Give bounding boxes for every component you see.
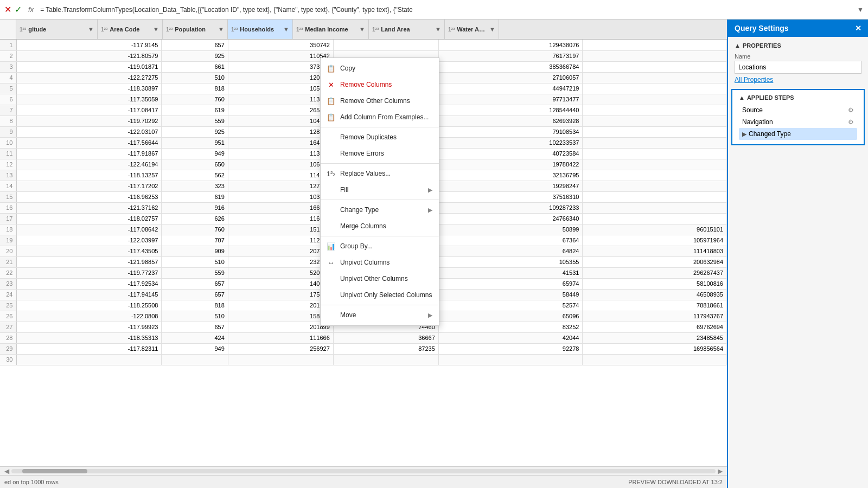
col-header-households[interactable]: 1²³ Households ▼ (228, 20, 293, 39)
expand-formula-button[interactable]: ▼ (857, 6, 864, 14)
menu-item-remove_duplicates[interactable]: Remove Duplicates (321, 129, 439, 145)
table-cell (583, 181, 727, 191)
context-menu: 📋Copy✕Remove Columns📋Remove Other Column… (320, 57, 439, 326)
menu-label-remove_errors: Remove Errors (340, 150, 384, 157)
close-icon[interactable]: ✕ (4, 4, 11, 15)
step-name-navigation: Navigation (742, 118, 846, 126)
table-cell: 951 (162, 137, 228, 148)
table-cell: 41531 (438, 267, 583, 278)
step-gear-navigation[interactable]: ⚙ (848, 118, 854, 126)
menu-item-unpivot_only_selected[interactable]: Unpivot Only Selected Columns (321, 287, 439, 303)
table-cell: 19298247 (438, 181, 583, 191)
table-cell: 201020 (228, 300, 333, 311)
table-cell: 111418803 (583, 246, 727, 256)
menu-item-fill[interactable]: Fill▶ (321, 182, 439, 198)
table-cell: 296267437 (583, 267, 727, 278)
menu-item-move[interactable]: Move▶ (321, 307, 439, 323)
step-item-changed_type[interactable]: ▶Changed Type (739, 128, 857, 140)
table-cell: 169856564 (583, 343, 727, 354)
menu-item-replace_values[interactable]: 1²₂Replace Values... (321, 165, 439, 182)
col-sort-population[interactable]: ▼ (218, 26, 224, 33)
formula-bar: ✕ ✓ fx = Table.TransformColumnTypes(Loca… (0, 0, 868, 20)
table-cell: 103679 (228, 191, 333, 202)
table-cell: 9 (0, 126, 16, 137)
scroll-right-button[interactable]: ▶ (716, 467, 725, 475)
col-header-area-code[interactable]: 1²³ Area Code ▼ (98, 20, 163, 39)
row-num-header (0, 20, 16, 39)
menu-item-unpivot_other_columns[interactable]: Unpivot Other Columns (321, 271, 439, 287)
panel-close-button[interactable]: ✕ (855, 24, 861, 33)
col-sort-land-area[interactable]: ▼ (435, 26, 441, 33)
menu-label-remove_columns: Remove Columns (340, 81, 392, 88)
all-properties-link[interactable]: All Properties (735, 76, 861, 84)
step-item-navigation[interactable]: Navigation⚙ (739, 116, 857, 128)
table-cell: 19788422 (438, 159, 583, 170)
step-gear-source[interactable]: ⚙ (848, 106, 854, 114)
menu-item-add_column_from_examples[interactable]: 📋Add Column From Examples... (321, 109, 439, 125)
col-header-median-income[interactable]: 1²³ Median Income ▼ (293, 20, 369, 39)
col-sort-water-area[interactable]: ▼ (489, 26, 495, 33)
table-cell: 26 (0, 311, 16, 322)
table-cell (583, 213, 727, 224)
table-cell: 510 (162, 311, 228, 322)
col-header-population[interactable]: 1²³ Population ▼ (163, 20, 228, 39)
col-header-land-area[interactable]: 1²³ Land Area ▼ (369, 20, 445, 39)
table-cell: 58449 (438, 289, 583, 300)
table-cell: -117.17202 (16, 181, 162, 191)
table-cell: 36667 (333, 332, 438, 343)
table-cell: -117.35059 (16, 94, 162, 105)
col-sort-area-code[interactable]: ▼ (153, 26, 159, 33)
menu-label-move: Move (340, 311, 356, 319)
table-cell: -117.43505 (16, 246, 162, 256)
table-cell: 128667 (228, 126, 333, 137)
menu-item-unpivot_columns[interactable]: ↔Unpivot Columns (321, 254, 439, 271)
table-cell: 112970 (228, 235, 333, 246)
menu-item-change_type[interactable]: Change Type▶ (321, 202, 439, 218)
table-cell (228, 354, 333, 365)
scroll-thumb[interactable] (22, 469, 87, 473)
menu-label-fill: Fill (340, 186, 348, 194)
col-sort-households[interactable]: ▼ (283, 26, 289, 33)
col-sort-median-income[interactable]: ▼ (359, 26, 365, 33)
menu-item-remove_columns[interactable]: ✕Remove Columns (321, 76, 439, 93)
menu-item-remove_errors[interactable]: Remove Errors (321, 145, 439, 162)
table-cell: 175393 (228, 289, 333, 300)
menu-icon-merge_columns (326, 221, 336, 231)
table-cell: 120972 (228, 72, 333, 83)
menu-item-remove_other_columns[interactable]: 📋Remove Other Columns (321, 93, 439, 109)
table-cell: 129438076 (438, 40, 583, 50)
table-cell: 22 (0, 267, 16, 278)
table-cell: 105355 (438, 256, 583, 267)
table-cell: -117.82311 (16, 343, 162, 354)
col-header-longitude[interactable]: 1²³ gitude ▼ (16, 20, 98, 39)
table-cell (333, 40, 438, 50)
check-icon[interactable]: ✓ (15, 4, 22, 15)
menu-separator (321, 236, 439, 236)
horizontal-scrollbar[interactable]: ◀ ▶ (0, 466, 727, 475)
table-cell (583, 191, 727, 202)
col-name-population: Population (175, 26, 216, 33)
scroll-left-button[interactable]: ◀ (2, 467, 11, 475)
table-cell: 661 (162, 61, 228, 72)
applied-steps-title: ▲ APPLIED STEPS (739, 94, 857, 101)
col-sort-longitude[interactable]: ▼ (88, 26, 94, 33)
table-cell (583, 170, 727, 181)
step-item-source[interactable]: Source⚙ (739, 104, 857, 116)
table-cell: -118.25508 (16, 300, 162, 311)
table-cell: 626 (162, 213, 228, 224)
table-cell: 916 (162, 202, 228, 213)
table-cell: 657 (162, 289, 228, 300)
scroll-track[interactable] (11, 469, 716, 473)
table-cell: 50899 (438, 224, 583, 235)
menu-label-change_type: Change Type (340, 206, 379, 214)
table-cell: -119.77237 (16, 267, 162, 278)
table-cell: 65096 (438, 311, 583, 322)
table-cell: 128544440 (438, 105, 583, 115)
menu-item-copy[interactable]: 📋Copy (321, 60, 439, 76)
menu-item-group_by[interactable]: 📊Group By... (321, 238, 439, 254)
name-input[interactable] (735, 61, 861, 74)
table-cell: 62693928 (438, 115, 583, 126)
col-header-water-area[interactable]: 1²³ Water Area ▼ (445, 20, 499, 39)
menu-item-merge_columns[interactable]: Merge Columns (321, 218, 439, 234)
table-cell: 114219 (228, 170, 333, 181)
